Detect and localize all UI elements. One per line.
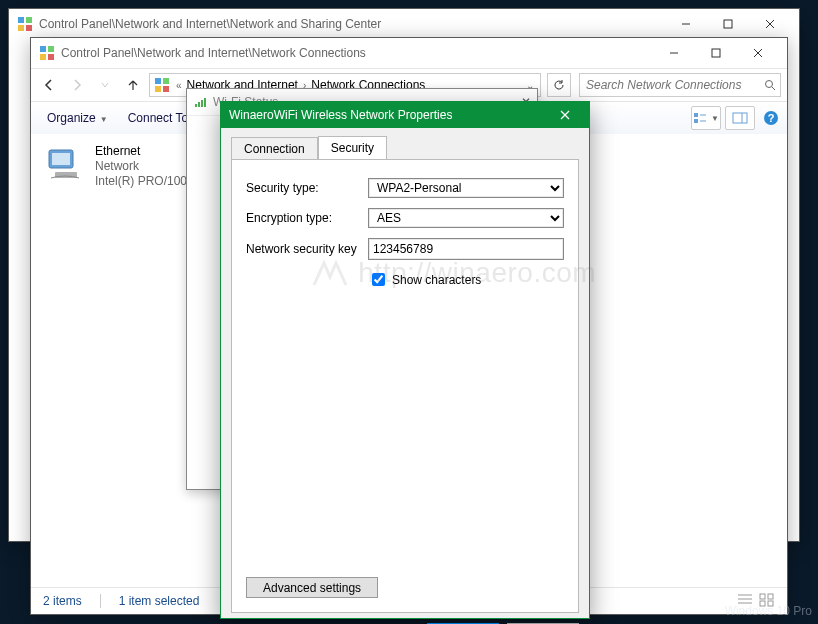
svg-rect-42 bbox=[201, 100, 203, 107]
svg-rect-10 bbox=[40, 54, 46, 60]
up-button[interactable] bbox=[121, 73, 145, 97]
item-count: 2 items bbox=[43, 594, 82, 608]
close-button[interactable] bbox=[549, 102, 581, 128]
minimize-button[interactable] bbox=[665, 10, 707, 38]
organize-button[interactable]: Organize▼ bbox=[37, 107, 118, 129]
encryption-type-label: Encryption type: bbox=[246, 211, 368, 225]
forward-button[interactable] bbox=[65, 73, 89, 97]
svg-rect-17 bbox=[163, 78, 169, 84]
network-key-input[interactable] bbox=[368, 238, 564, 260]
maximize-button[interactable] bbox=[695, 39, 737, 67]
tab-security[interactable]: Security bbox=[318, 136, 387, 159]
svg-rect-5 bbox=[724, 20, 732, 28]
preview-pane-button[interactable] bbox=[725, 106, 755, 130]
help-button[interactable]: ? bbox=[761, 108, 781, 128]
minimize-button[interactable] bbox=[653, 39, 695, 67]
titlebar[interactable]: Control Panel\Network and Internet\Netwo… bbox=[31, 38, 787, 69]
svg-rect-36 bbox=[760, 594, 765, 599]
titlebar[interactable]: Control Panel\Network and Internet\Netwo… bbox=[9, 9, 799, 40]
svg-rect-16 bbox=[155, 78, 161, 84]
search-icon[interactable] bbox=[760, 79, 780, 91]
security-type-label: Security type: bbox=[246, 181, 368, 195]
svg-rect-31 bbox=[52, 153, 70, 165]
view-options-button[interactable]: ▼ bbox=[691, 106, 721, 130]
selection-count: 1 item selected bbox=[119, 594, 200, 608]
svg-rect-40 bbox=[195, 104, 197, 107]
show-characters-checkbox[interactable] bbox=[372, 273, 385, 286]
svg-text:?: ? bbox=[768, 112, 775, 124]
dialog-title: WinaeroWiFi Wireless Network Properties bbox=[229, 108, 549, 122]
svg-rect-9 bbox=[48, 46, 54, 52]
history-dropdown[interactable] bbox=[93, 73, 117, 97]
svg-rect-18 bbox=[155, 86, 161, 92]
svg-rect-26 bbox=[733, 113, 747, 123]
svg-rect-38 bbox=[760, 601, 765, 606]
svg-rect-23 bbox=[694, 119, 698, 123]
svg-rect-39 bbox=[768, 601, 773, 606]
svg-rect-0 bbox=[18, 17, 24, 23]
security-tab-page: Security type: WPA2-Personal Encryption … bbox=[231, 159, 579, 613]
large-icons-view-button[interactable] bbox=[759, 593, 775, 610]
security-type-select[interactable]: WPA2-Personal bbox=[368, 178, 564, 198]
svg-rect-3 bbox=[26, 25, 32, 31]
ethernet-adapter-icon bbox=[45, 144, 85, 184]
control-panel-icon bbox=[17, 16, 33, 32]
svg-rect-41 bbox=[198, 102, 200, 107]
svg-rect-43 bbox=[204, 98, 206, 107]
advanced-settings-button[interactable]: Advanced settings bbox=[246, 577, 378, 598]
svg-rect-11 bbox=[48, 54, 54, 60]
show-characters-label: Show characters bbox=[392, 273, 481, 287]
details-view-button[interactable] bbox=[737, 593, 753, 610]
svg-point-20 bbox=[766, 81, 773, 88]
tab-strip: Connection Security bbox=[221, 128, 589, 159]
back-button[interactable] bbox=[37, 73, 61, 97]
svg-line-21 bbox=[772, 87, 775, 90]
control-panel-icon bbox=[154, 77, 170, 93]
close-button[interactable] bbox=[749, 10, 791, 38]
control-panel-icon bbox=[39, 45, 55, 61]
refresh-button[interactable] bbox=[547, 73, 571, 97]
encryption-type-select[interactable]: AES bbox=[368, 208, 564, 228]
svg-rect-19 bbox=[163, 86, 169, 92]
tab-connection[interactable]: Connection bbox=[231, 137, 318, 160]
svg-rect-8 bbox=[40, 46, 46, 52]
wireless-properties-dialog: WinaeroWiFi Wireless Network Properties … bbox=[220, 101, 590, 619]
svg-rect-22 bbox=[694, 113, 698, 117]
svg-rect-37 bbox=[768, 594, 773, 599]
svg-rect-1 bbox=[26, 17, 32, 23]
svg-rect-2 bbox=[18, 25, 24, 31]
window-title: Control Panel\Network and Internet\Netwo… bbox=[61, 46, 653, 60]
window-title: Control Panel\Network and Internet\Netwo… bbox=[39, 17, 665, 31]
maximize-button[interactable] bbox=[707, 10, 749, 38]
search-box[interactable] bbox=[579, 73, 781, 97]
wifi-icon bbox=[193, 94, 209, 110]
close-button[interactable] bbox=[737, 39, 779, 67]
search-input[interactable] bbox=[580, 76, 760, 94]
network-key-label: Network security key bbox=[246, 242, 368, 256]
dialog-titlebar[interactable]: WinaeroWiFi Wireless Network Properties bbox=[221, 102, 589, 128]
svg-rect-13 bbox=[712, 49, 720, 57]
root-chevron[interactable]: « bbox=[174, 80, 184, 91]
